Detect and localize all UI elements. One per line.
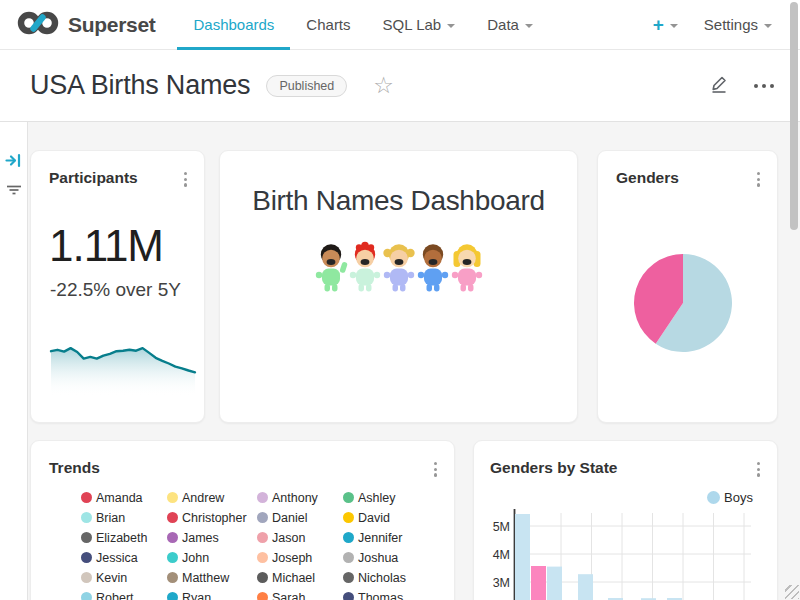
dashboard-title: USA Births Names (30, 70, 250, 101)
legend-item[interactable]: Matthew (167, 571, 257, 584)
legend-item[interactable]: Anthony (257, 491, 343, 504)
superset-logo[interactable]: Superset (0, 8, 177, 42)
legend-item[interactable]: David (343, 511, 429, 524)
legend-color-dot (257, 512, 268, 523)
svg-text:3M: 3M (493, 576, 510, 590)
legend-color-dot (81, 532, 92, 543)
legend-color-dot (343, 572, 354, 583)
legend-item[interactable]: Brian (81, 511, 167, 524)
nav-data[interactable]: Data (471, 0, 549, 50)
legend-item[interactable]: Andrew (167, 491, 257, 504)
legend-item[interactable]: Joseph (257, 551, 343, 564)
dashboard-menu-icon[interactable] (754, 84, 774, 88)
expand-filter-bar-icon[interactable] (5, 153, 22, 172)
legend-color-dot (343, 492, 354, 503)
published-badge[interactable]: Published (266, 75, 347, 97)
trends-card: Trends Amanda Andrew Anthony Ashley Bria… (30, 440, 455, 600)
card-menu-icon[interactable] (182, 170, 189, 189)
infinity-logo-icon (16, 8, 60, 42)
legend-color-dot (343, 532, 354, 543)
chevron-down-icon (447, 24, 455, 28)
child-figure (382, 241, 416, 297)
genders-by-state-bar-chart: 5M4M3M (474, 441, 779, 600)
child-figure (348, 241, 382, 297)
big-number-subheader: -22.5% over 5Y (50, 279, 181, 301)
legend-item[interactable]: Christopher (167, 511, 257, 524)
legend-item[interactable]: Ryan (167, 591, 257, 600)
dashboard-header: USA Births Names Published ☆ (0, 50, 800, 122)
sparkline-chart (47, 339, 199, 399)
legend-item[interactable]: Ashley (343, 491, 429, 504)
legend-item[interactable]: Daniel (257, 511, 343, 524)
legend-item[interactable]: James (167, 531, 257, 544)
participants-card: Participants 1.11M -22.5% over 5Y (30, 150, 205, 423)
legend-color-dot (257, 592, 268, 600)
edit-pencil-icon[interactable] (709, 73, 730, 98)
chevron-down-icon (764, 24, 772, 28)
legend-color-dot (257, 572, 268, 583)
legend-color-dot (343, 512, 354, 523)
trends-legend: Amanda Andrew Anthony Ashley Brian Chris… (81, 491, 429, 600)
card-title: Genders (616, 169, 679, 187)
favorite-star-icon[interactable]: ☆ (373, 74, 394, 97)
child-figure (416, 241, 450, 297)
legend-item[interactable]: Sarah (257, 591, 343, 600)
legend-color-dot (81, 512, 92, 523)
legend-color-dot (167, 592, 178, 600)
chevron-down-icon (670, 24, 678, 28)
card-menu-icon[interactable] (755, 170, 762, 189)
card-title: Participants (49, 169, 138, 187)
dashboard-heading-text: Birth Names Dashboard (220, 185, 577, 217)
legend-color-dot (167, 512, 178, 523)
genders-pie-chart (628, 248, 738, 362)
main-nav: Dashboards Charts SQL Lab Data (177, 0, 548, 50)
legend-item[interactable]: Thomas (343, 591, 429, 600)
legend-item[interactable]: Joshua (343, 551, 429, 564)
legend-color-dot (343, 592, 354, 600)
legend-item[interactable]: Amanda (81, 491, 167, 504)
svg-text:5M: 5M (493, 520, 510, 534)
filter-icon[interactable] (6, 183, 22, 201)
legend-item[interactable]: Nicholas (343, 571, 429, 584)
filter-bar-collapsed (0, 122, 28, 600)
legend-color-dot (81, 592, 92, 600)
legend-color-dot (81, 572, 92, 583)
nav-charts[interactable]: Charts (290, 0, 366, 50)
genders-card: Genders (597, 150, 778, 423)
legend-color-dot (167, 492, 178, 503)
resize-handle[interactable] (785, 585, 799, 599)
legend-item[interactable]: Kevin (81, 571, 167, 584)
legend-color-dot (167, 552, 178, 563)
legend-item[interactable]: Jessica (81, 551, 167, 564)
plus-icon: + (653, 14, 664, 36)
legend-color-dot (167, 532, 178, 543)
legend-color-dot (343, 552, 354, 563)
nav-dashboards[interactable]: Dashboards (177, 0, 290, 50)
legend-color-dot (167, 572, 178, 583)
card-title: Trends (49, 459, 100, 477)
child-figure (314, 241, 348, 297)
legend-color-dot (81, 492, 92, 503)
big-number-value: 1.11M (49, 221, 163, 271)
children-illustration (220, 241, 577, 297)
card-menu-icon[interactable] (432, 460, 439, 479)
settings-menu[interactable]: Settings (704, 16, 772, 33)
legend-item[interactable]: Michael (257, 571, 343, 584)
legend-item[interactable]: Robert (81, 591, 167, 600)
child-figure (450, 241, 484, 297)
legend-item[interactable]: Jennifer (343, 531, 429, 544)
markdown-header-card: Birth Names Dashboard (219, 150, 578, 423)
top-navbar: Superset Dashboards Charts SQL Lab Data … (0, 0, 800, 50)
legend-color-dot (257, 492, 268, 503)
nav-sql-lab[interactable]: SQL Lab (367, 0, 472, 50)
legend-item[interactable]: Elizabeth (81, 531, 167, 544)
svg-text:4M: 4M (493, 548, 510, 562)
legend-item[interactable]: John (167, 551, 257, 564)
genders-by-state-card: Genders by State Boys 5M4M3M (473, 440, 778, 600)
legend-color-dot (257, 552, 268, 563)
legend-color-dot (81, 552, 92, 563)
page-scrollbar[interactable] (790, 2, 798, 230)
legend-item[interactable]: Jason (257, 531, 343, 544)
brand-name: Superset (68, 13, 155, 37)
new-item-button[interactable]: + (653, 14, 678, 36)
